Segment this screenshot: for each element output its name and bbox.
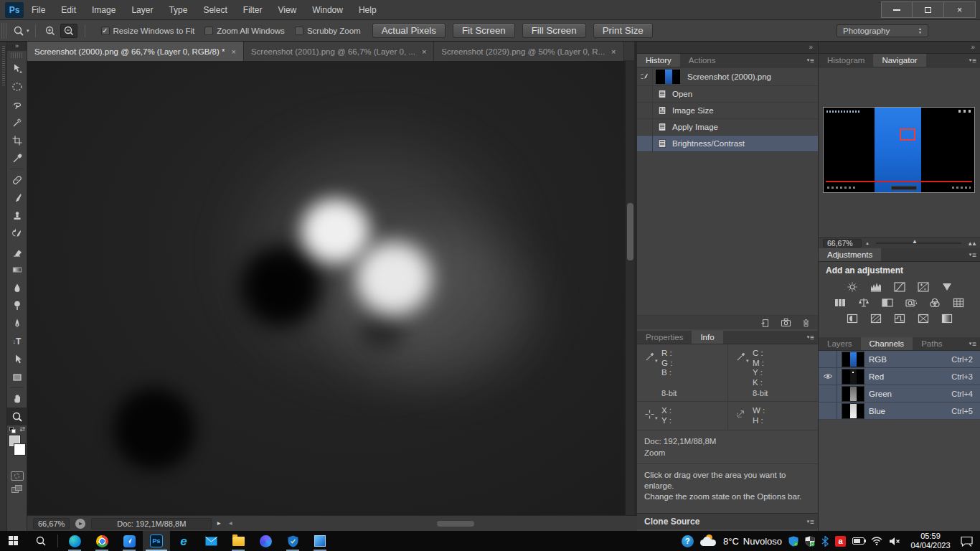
- menu-view[interactable]: View: [270, 0, 304, 20]
- close-button[interactable]: ×: [944, 1, 976, 18]
- taskbar-clock[interactable]: 05:59 04/04/2023: [907, 532, 954, 550]
- adjustment-vibrance-icon[interactable]: [938, 280, 956, 293]
- adjustment-exposure-icon[interactable]: [915, 280, 932, 293]
- adjustment-invert-icon[interactable]: [844, 311, 861, 325]
- vertical-scrollbar[interactable]: [625, 61, 634, 515]
- wifi-icon[interactable]: [871, 537, 882, 545]
- panel-menu-icon[interactable]: ▾≡: [969, 248, 976, 261]
- zoom-tool[interactable]: [7, 408, 27, 425]
- swap-colors-icon[interactable]: ⇄: [19, 425, 25, 433]
- zoom-all-windows-checkbox[interactable]: Zoom All Windows: [204, 27, 285, 35]
- adjustment-gradient-map-icon[interactable]: [915, 311, 932, 325]
- horizontal-scrollbar[interactable]: ◄: [227, 519, 633, 529]
- screen-mode-button[interactable]: [11, 485, 23, 494]
- channel-row-green[interactable]: Green Ctrl+4: [819, 385, 980, 402]
- minimize-button[interactable]: [881, 1, 913, 18]
- history-source-gutter[interactable]: [637, 67, 653, 85]
- close-tab-icon[interactable]: ×: [422, 47, 426, 56]
- action-center-icon[interactable]: [961, 536, 973, 547]
- panel-menu-icon[interactable]: ▾≡: [807, 518, 814, 526]
- close-tab-icon[interactable]: ×: [611, 47, 616, 56]
- start-button[interactable]: [0, 531, 27, 551]
- channel-row-rgb[interactable]: RGB Ctrl+2: [819, 351, 980, 368]
- visibility-toggle[interactable]: [819, 351, 837, 367]
- help-app-icon[interactable]: ?: [682, 535, 694, 547]
- taskbar-app-blue[interactable]: [116, 531, 143, 551]
- status-drive-icon[interactable]: ▸: [75, 519, 85, 529]
- menu-layer[interactable]: Layer: [123, 0, 161, 20]
- quick-mask-button[interactable]: [11, 471, 24, 481]
- healing-brush-tool[interactable]: [7, 171, 27, 189]
- pen-tool[interactable]: [7, 314, 27, 332]
- toolbar-grip[interactable]: [11, 52, 23, 58]
- channel-row-red[interactable]: Red Ctrl+3: [819, 368, 980, 385]
- adjustment-brightness-contrast-icon[interactable]: [844, 280, 861, 293]
- panel-menu-icon[interactable]: ▾≡: [969, 337, 976, 350]
- type-tool[interactable]: ↓T: [7, 332, 27, 350]
- horizontal-scrollbar-thumb[interactable]: [437, 521, 474, 527]
- blur-tool[interactable]: [7, 278, 27, 296]
- collapse-panels-button[interactable]: »: [819, 42, 980, 54]
- tab-paths[interactable]: Paths: [913, 337, 951, 350]
- clone-source-panel-header[interactable]: Clone Source ▾≡: [637, 513, 818, 529]
- adjustment-channel-mixer-icon[interactable]: [926, 296, 943, 309]
- fit-screen-button[interactable]: Fit Screen: [453, 23, 515, 38]
- visibility-toggle[interactable]: [819, 368, 837, 385]
- tab-channels[interactable]: Channels: [861, 337, 913, 350]
- taskbar-mail[interactable]: [197, 531, 225, 551]
- adjustment-selective-color-icon[interactable]: [938, 311, 956, 325]
- document-tab-2[interactable]: Screenshot (2001).png @ 66,7% (Layer 0, …: [244, 42, 434, 61]
- history-source-gutter[interactable]: [637, 86, 653, 102]
- tab-adjustments[interactable]: Adjustments: [819, 248, 881, 261]
- navigator-thumbnail[interactable]: [823, 107, 975, 193]
- default-colors-icon[interactable]: [9, 427, 16, 433]
- slider-thumb[interactable]: ▲: [912, 238, 918, 245]
- history-source-gutter[interactable]: [637, 103, 653, 118]
- path-selection-tool[interactable]: [7, 350, 27, 368]
- print-size-button[interactable]: Print Size: [593, 23, 653, 38]
- taskbar-photos[interactable]: [306, 531, 334, 551]
- eyedropper-tool[interactable]: [7, 149, 27, 167]
- weather-widget[interactable]: 8°C Nuvoloso: [700, 536, 782, 547]
- menu-help[interactable]: Help: [351, 0, 385, 20]
- rectangle-tool[interactable]: [7, 368, 27, 386]
- workspace-switcher[interactable]: Photography ▲▼: [837, 24, 928, 37]
- visibility-toggle[interactable]: [819, 385, 837, 402]
- tab-properties[interactable]: Properties: [637, 331, 692, 344]
- navigator-zoom-slider[interactable]: ▲: [876, 242, 961, 244]
- background-color-swatch[interactable]: [14, 444, 25, 455]
- menu-file[interactable]: File: [24, 0, 53, 20]
- status-flyout-icon[interactable]: ►: [216, 520, 222, 527]
- visibility-toggle[interactable]: [819, 402, 837, 419]
- status-doc-size[interactable]: Doc: 192,1M/88,8M: [91, 518, 212, 529]
- document-tab-1[interactable]: Screenshot (2000).png @ 66,7% (Layer 0, …: [27, 42, 244, 61]
- tab-actions[interactable]: Actions: [680, 54, 725, 67]
- dock-grip[interactable]: [2, 46, 5, 86]
- navigator-view-box[interactable]: [900, 128, 915, 141]
- history-source-gutter[interactable]: [637, 136, 653, 151]
- tab-layers[interactable]: Layers: [819, 337, 861, 350]
- adjustment-hue-saturation-icon[interactable]: [831, 296, 849, 309]
- scrubby-zoom-checkbox[interactable]: Scrubby Zoom: [295, 27, 361, 35]
- menu-type[interactable]: Type: [161, 0, 195, 20]
- history-state-apply-image[interactable]: Apply Image: [637, 119, 818, 136]
- new-document-from-state-icon[interactable]: [760, 318, 771, 328]
- tray-shield-icon[interactable]: [788, 536, 798, 547]
- tray-defender-icon[interactable]: [805, 536, 815, 547]
- move-tool[interactable]: [7, 60, 27, 77]
- fill-screen-button[interactable]: Fill Screen: [522, 23, 586, 38]
- restore-button[interactable]: [913, 1, 944, 18]
- taskbar-app-swirl[interactable]: [252, 531, 279, 551]
- history-source-gutter[interactable]: [637, 119, 653, 135]
- adjustment-posterize-icon[interactable]: [867, 311, 885, 325]
- gradient-tool[interactable]: [7, 260, 27, 278]
- history-state-open[interactable]: Open: [637, 86, 818, 103]
- zoom-out-small-icon[interactable]: ▲: [865, 241, 870, 245]
- taskbar-file-explorer[interactable]: [225, 531, 252, 551]
- brush-tool[interactable]: [7, 189, 27, 207]
- vertical-scrollbar-thumb[interactable]: [627, 203, 633, 260]
- crop-tool[interactable]: [7, 131, 27, 149]
- menu-edit[interactable]: Edit: [53, 0, 84, 20]
- adjustment-levels-icon[interactable]: [867, 280, 885, 293]
- scroll-left-icon[interactable]: ◄: [227, 520, 233, 527]
